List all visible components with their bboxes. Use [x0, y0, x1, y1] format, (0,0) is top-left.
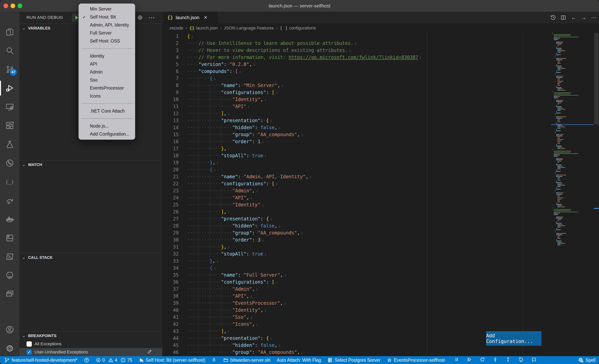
vertical-scrollbar[interactable] — [594, 33, 599, 356]
add-configuration-button[interactable]: Add Configuration... — [486, 331, 541, 346]
menu-item-sso[interactable]: Sso — [79, 76, 135, 84]
section-breakpoints[interactable]: ⌄ BREAKPOINTS — [19, 331, 162, 340]
activity-item-extensions[interactable] — [0, 117, 19, 134]
activity-item-explorer[interactable] — [0, 23, 19, 41]
status-hot-reload[interactable] — [211, 357, 217, 363]
status-debug-session[interactable]: EventsProcessor-selfhost — [387, 357, 445, 363]
checkbox-checked[interactable]: ✓ — [26, 350, 32, 355]
menu-item-icons[interactable]: Icons — [79, 92, 135, 100]
bug-icon — [387, 357, 392, 363]
status-postgres-server[interactable]: Select Postgres Server — [327, 357, 380, 363]
views-more-actions-button[interactable]: ⋯ — [147, 13, 156, 22]
code-line: 3····//·Hover·to·view·descriptions·of·ex… — [162, 47, 599, 54]
menu-item-admin[interactable]: Admin — [79, 68, 135, 76]
activity-item-settings[interactable] — [0, 340, 19, 357]
status-branch[interactable]: feature/self-hosted-development* — [4, 357, 78, 363]
close-tab-icon[interactable]: ✕ — [203, 15, 207, 20]
debug-restart-button[interactable] — [479, 357, 485, 364]
menu-item-identity[interactable]: Identity — [79, 52, 135, 60]
status-debug-target[interactable]: Self Host: Bit (server-selfhost) — [138, 357, 205, 363]
activity-item-window-layouts[interactable] — [0, 285, 19, 303]
section-call-stack[interactable]: ⌄ CALL STACK — [19, 253, 162, 262]
activity-item-run-and-debug[interactable] — [0, 80, 19, 97]
open-launch-json-gear-button[interactable] — [136, 13, 144, 22]
activity-item-git-graph[interactable] — [0, 154, 19, 172]
debug-step-back-button[interactable] — [518, 357, 524, 364]
debug-pause-button[interactable] — [454, 357, 460, 364]
debug-step-out-button[interactable] — [505, 357, 511, 364]
menu-item-api[interactable]: API — [79, 60, 135, 68]
checkbox-unchecked[interactable] — [26, 341, 32, 347]
menu-item-node-js[interactable]: Node.js... — [79, 122, 135, 130]
more-actions-icon[interactable]: ⋯ — [590, 14, 598, 21]
debug-stop-button[interactable] — [531, 357, 537, 364]
menu-item-full-server[interactable]: Full Server — [79, 29, 135, 37]
menu-item-add-configuration[interactable]: Add Configuration... — [79, 130, 135, 138]
status-bar: feature/self-hosted-development*0475Self… — [0, 356, 599, 364]
json-symbol-icon: {} — [189, 26, 194, 30]
menu-item-min-server[interactable]: Min Server — [79, 5, 135, 13]
code-editor[interactable]: 1{↓2····//·Use·IntelliSense·to·learn·abo… — [162, 33, 599, 356]
tab-launch-json[interactable]: {} launch.json ✕ — [163, 12, 218, 23]
activity-item-remote-explorer[interactable] — [0, 98, 19, 115]
activity-item-search[interactable] — [0, 42, 19, 59]
activity-item-live-share[interactable] — [0, 192, 19, 209]
status-0[interactable]: 0 — [96, 357, 105, 363]
breadcrumb-item-configurations[interactable]: [ ]configurations — [280, 26, 316, 31]
line-number: 5 — [162, 61, 179, 68]
status-auto-attach[interactable]: Auto Attach: With Flag — [277, 358, 321, 363]
activity-item-powershell[interactable] — [0, 248, 19, 265]
array-symbol-icon: [ ] — [280, 26, 288, 30]
split-editor-icon[interactable] — [560, 14, 567, 21]
navigate-forward-icon[interactable]: → — [580, 14, 587, 21]
status-solution[interactable]: bitwarden-server.sln — [223, 357, 270, 363]
menu-item-eventsprocessor[interactable]: EventsProcessor — [79, 84, 135, 92]
debug-run-button[interactable] — [467, 357, 472, 364]
activity-item-database[interactable] — [0, 229, 19, 247]
line-number: 25 — [162, 201, 179, 208]
breadcrumb-item-json-language-features[interactable]: JSON Language Features — [224, 26, 274, 31]
status-problems[interactable]: 0475 — [96, 357, 132, 363]
activity-item-source-control[interactable]: 47 — [0, 61, 19, 78]
chevron-down-icon: ⌄ — [19, 162, 28, 167]
line-number: 36 — [162, 279, 179, 285]
menu-item-admin-api-identity[interactable]: Admin, API, Identity — [79, 21, 135, 29]
navigate-back-icon[interactable]: ← — [570, 14, 577, 21]
menu-item-self-host-oss[interactable]: Self Host: OSS — [79, 37, 135, 45]
debug-step-into-button[interactable] — [492, 357, 498, 364]
breakpoint-user-unhandled-exceptions[interactable]: ✓ User-Unhandled Exceptions — [19, 348, 162, 356]
code-line: 30················"order":·3↓ — [162, 236, 599, 243]
code-line: 46················"group":·"AA_compounds… — [162, 349, 599, 356]
breadcrumb-item-launch-json[interactable]: {}launch.json — [189, 26, 218, 31]
code-line: 22············"configurations":·[↓ — [162, 180, 599, 187]
status-publish[interactable] — [84, 357, 89, 363]
activity-item-docker[interactable] — [0, 211, 19, 228]
menu-item-net-core-attach[interactable]: .NET Core Attach — [79, 107, 135, 115]
code-line: 32············"stopAll":·true↓ — [162, 250, 599, 257]
activity-item-testing[interactable] — [0, 136, 19, 153]
scrollbar-slider[interactable] — [594, 33, 599, 124]
edit-condition-pencil-icon[interactable] — [147, 349, 152, 355]
breakpoint-all-exceptions[interactable]: All Exceptions — [19, 340, 162, 348]
code-line: 20········{↓ — [162, 166, 599, 173]
chevron-down-icon: ⌄ — [19, 333, 28, 338]
editor-tab-bar: {} launch.json ✕ ← → ⋯ — [162, 12, 599, 23]
json-file-icon: {} — [167, 15, 173, 20]
activity-item-postgresql[interactable] — [0, 267, 19, 284]
status-75[interactable]: 75 — [120, 357, 132, 363]
section-watch[interactable]: ⌄ WATCH — [19, 160, 162, 169]
line-number: 46 — [162, 349, 179, 356]
minimap[interactable] — [551, 33, 594, 356]
status-4[interactable]: 4 — [108, 357, 117, 363]
status-spell-checker[interactable]: Spell — [578, 357, 596, 363]
code-line: 4····//·For·more·information,·visit:·htt… — [162, 54, 599, 61]
breadcrumb-item-vscode[interactable]: .vscode — [168, 26, 183, 31]
menu-item-self-host-bit[interactable]: ✓ Self Host: Bit — [79, 13, 135, 21]
tab-label: launch.json — [176, 15, 199, 20]
activity-item-copilot[interactable]: {‿} — [0, 173, 19, 190]
code-line: 36············"configurations":·[↓ — [162, 279, 599, 285]
timeline-history-icon[interactable] — [549, 14, 557, 21]
line-number: 45 — [162, 342, 179, 349]
activity-item-accounts[interactable] — [0, 321, 19, 338]
menu-separator — [81, 103, 132, 104]
